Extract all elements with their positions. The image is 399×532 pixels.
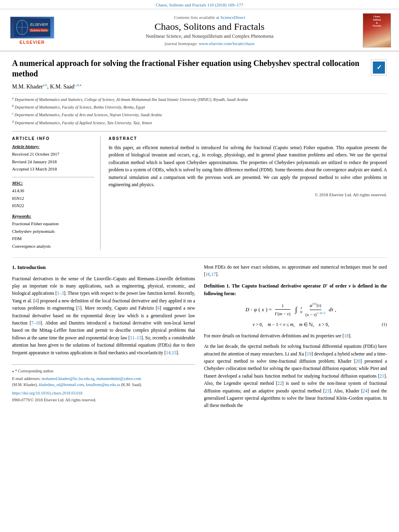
formula-block: Dνφ(x) = 1 Γ(m − ν) ∫ x 0 xyxy=(204,302,387,328)
homepage-url[interactable]: www.elsevier.com/locate/chaos xyxy=(199,41,255,46)
article-info-heading: ARTICLE INFO xyxy=(12,136,94,141)
section-number: 1. xyxy=(12,264,16,270)
elsevier-logo: ELSEVIER Science Direct ELSEVIER xyxy=(8,16,56,45)
corresponding-star-label: ⁎ xyxy=(12,369,15,373)
ref-4[interactable]: 4 xyxy=(35,298,37,303)
info-divider xyxy=(12,177,94,177)
crossmark-badge: ✓ xyxy=(371,60,387,76)
keyword-3: FDM xyxy=(12,235,94,242)
journal-subtitle: Nonlinear Science, and Nonequilibrium an… xyxy=(56,33,363,39)
author1-name: M.M. Khader xyxy=(12,84,43,90)
received-date: Received 21 October 2017 xyxy=(12,150,94,158)
email-line: E-mail addresses: mohamed.khader@fsc.bu.… xyxy=(12,376,195,382)
corresponding-note: ⁎ * Corresponding author. xyxy=(12,368,195,374)
keywords-title: Keywords: xyxy=(12,214,94,218)
ref-5[interactable]: 5 xyxy=(78,306,80,310)
ref-20[interactable]: 20 xyxy=(356,359,360,364)
abstract-column: ABSTRACT In this paper, an efficient num… xyxy=(109,136,387,250)
email-2[interactable]: mohamedmlni@yahoo.com xyxy=(97,376,141,381)
journal-reference-bar: Chaos, Solitons and Fractals 110 (2018) … xyxy=(0,0,399,9)
msc-code-3: 65N22 xyxy=(12,202,94,210)
abstract-text: In this paper, an efficient numerical me… xyxy=(109,144,387,188)
ref-11-13[interactable]: 11–13 xyxy=(130,335,141,340)
keyword-2: Chebyshev polynomials xyxy=(12,228,94,235)
affiliation-c: c Department of Mathematics, Faculty of … xyxy=(12,111,387,118)
email-line-2: (M.M. Khader), khaledma_sd@hotmail.com, … xyxy=(12,382,195,388)
ref-19[interactable]: 19 xyxy=(307,351,312,356)
email-3[interactable]: khaledma_sd@hotmail.com xyxy=(39,382,84,387)
cover-title-text: Chaos,Solitons&Fractals xyxy=(373,15,381,28)
email-1[interactable]: mohamed.khader@fsc.bu.edu.eg xyxy=(41,376,94,381)
revised-date: Revised 24 January 2018 xyxy=(12,158,94,166)
definition-title: Definition 1. The Caputo fractional deri… xyxy=(204,282,387,298)
msc-title: MSC: xyxy=(12,181,94,185)
issn-line: 0960-0779/© 2018 Elsevier Ltd. All right… xyxy=(12,397,195,403)
doi-line: https://doi.org/10.1016/j.chaos.2018.03.… xyxy=(12,390,195,396)
journal-reference-text: Chaos, Solitons and Fractals 110 (2018) … xyxy=(156,2,243,7)
crossmark-icon: ✓ xyxy=(373,62,385,74)
fdes-intro-para: Most FDEs do not have exact solutions, s… xyxy=(204,263,387,278)
body-left-column: 1. Introduction Fractional derivatives i… xyxy=(12,263,195,413)
ref-22[interactable]: 22 xyxy=(278,381,282,386)
science-direct-link[interactable]: ScienceDirect xyxy=(220,15,245,20)
journal-cover-image: Chaos,Solitons&Fractals xyxy=(363,13,391,47)
further-details-para: For more details on fractional derivativ… xyxy=(204,332,387,339)
article-dates: Received 21 October 2017 Revised 24 Janu… xyxy=(12,150,94,173)
elsevier-logo-image: ELSEVIER Science Direct xyxy=(10,16,54,39)
journal-header: ELSEVIER Science Direct ELSEVIER Content… xyxy=(0,9,399,51)
copyright-line: © 2018 Elsevier Ltd. All rights reserved… xyxy=(109,192,387,197)
affiliation-b: b Department of Mathematics, Faculty of … xyxy=(12,104,387,111)
msc-section: MSC: 41A30 65N12 65N22 xyxy=(12,181,94,210)
accepted-date: Accepted 13 March 2018 xyxy=(12,165,94,173)
spectral-methods-para: At the last decade, the spectral methods… xyxy=(204,343,387,409)
intro-heading: 1. Introduction xyxy=(12,263,195,272)
ref-24[interactable]: 24 xyxy=(363,388,368,393)
definition-1-block: Definition 1. The Caputo fractional deri… xyxy=(204,282,387,328)
main-content: A numerical approach for solving the fra… xyxy=(0,51,399,421)
affiliations-block: a Department of Mathematics and Statisti… xyxy=(12,93,387,126)
ref-7-10[interactable]: 7–10 xyxy=(31,320,41,325)
author2-name: , K.M. Saad xyxy=(47,84,74,90)
keyword-4: Convergence analysis xyxy=(12,242,94,250)
keywords-section: Keywords: Fractional Fisher equation Che… xyxy=(12,214,94,250)
ref-16-17[interactable]: 16,17 xyxy=(206,272,216,277)
journal-title: Chaos, Solitons and Fractals xyxy=(56,21,363,32)
ref-1-3[interactable]: 1–3 xyxy=(57,291,64,296)
author1-sup: a,b xyxy=(43,83,47,87)
msc-code-2: 65N12 xyxy=(12,195,94,202)
history-title: Article history: xyxy=(12,144,94,149)
article-info-column: ARTICLE INFO Article history: Received 2… xyxy=(12,136,101,250)
section-title: Introduction xyxy=(17,264,46,270)
author2-sup: c,d, xyxy=(74,83,80,87)
paper-title-text: A numerical approach for solving the fra… xyxy=(12,58,371,79)
keyword-list: Fractional Fisher equation Chebyshev pol… xyxy=(12,220,94,250)
corresponding-star: ⁎ xyxy=(80,83,82,87)
ref-6[interactable]: 6 xyxy=(157,306,160,310)
authors-line: M.M. Khadera,b, K.M. Saadc,d,⁎ xyxy=(12,83,387,90)
affiliation-d: d Department of Mathematics, Faculty of … xyxy=(12,119,387,126)
msc-code-1: 41A30 xyxy=(12,187,94,195)
ref-14-15[interactable]: 14,15 xyxy=(166,350,177,355)
svg-text:ELSEVIER: ELSEVIER xyxy=(30,23,48,27)
elsevier-brand-text: ELSEVIER xyxy=(20,40,45,45)
body-right-column: Most FDEs do not have exact solutions, s… xyxy=(204,263,387,413)
body-two-columns: 1. Introduction Fractional derivatives i… xyxy=(12,263,387,413)
body-section: 1. Introduction Fractional derivatives i… xyxy=(12,257,387,413)
ref-21[interactable]: 21 xyxy=(380,374,385,378)
email-4[interactable]: kmalhom@nu.edu.sa xyxy=(86,382,120,387)
doi-url[interactable]: https://doi.org/10.1016/j.chaos.2018.03.… xyxy=(12,391,82,395)
keyword-1: Fractional Fisher equation xyxy=(12,220,94,228)
footnote-area: ⁎ * Corresponding author. E-mail address… xyxy=(12,364,195,403)
ref-18[interactable]: 18 xyxy=(344,333,349,338)
intro-paragraph-1: Fractional derivatives in the sense of t… xyxy=(12,275,195,356)
svg-text:Science Direct: Science Direct xyxy=(30,29,49,32)
available-text: Contents lists available at ScienceDirec… xyxy=(56,15,363,20)
journal-center-info: Contents lists available at ScienceDirec… xyxy=(56,15,363,46)
abstract-heading: ABSTRACT xyxy=(109,136,387,141)
ref-23[interactable]: 23 xyxy=(325,388,329,393)
info-abstract-section: ARTICLE INFO Article history: Received 2… xyxy=(12,131,387,250)
formula-container: Dνφ(x) = 1 Γ(m − ν) ∫ x 0 xyxy=(204,302,387,328)
paper-title-row: A numerical approach for solving the fra… xyxy=(12,58,387,79)
msc-codes: 41A30 65N12 65N22 xyxy=(12,187,94,210)
journal-homepage: journal homepage: www.elsevier.com/locat… xyxy=(56,41,363,46)
